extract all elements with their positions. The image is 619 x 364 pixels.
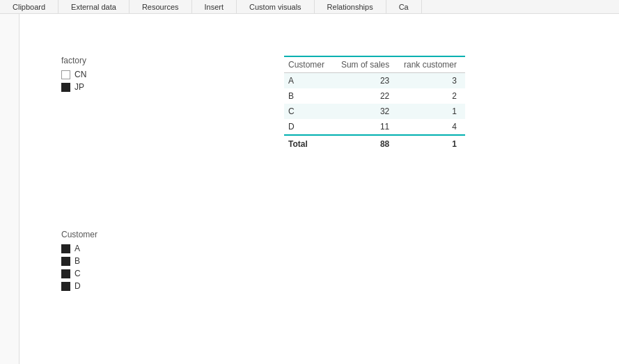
customer-item-c: C — [61, 269, 97, 278]
table-wrapper: Customer Sum of sales rank customer A 23… — [284, 56, 465, 152]
cell-rank-customer: 3 — [398, 73, 465, 89]
menu-insert[interactable]: Insert — [192, 0, 237, 13]
cell-rank-customer: 4 — [398, 119, 465, 135]
customer-legend: Customer A B C D — [61, 230, 97, 294]
legend-box-jp — [61, 83, 70, 92]
table-container: Customer Sum of sales rank customer A 23… — [284, 56, 465, 152]
table-row: B 22 2 — [284, 88, 465, 104]
menu-ca[interactable]: Ca — [386, 0, 422, 13]
main-content: factory CN JP Customer Sum of sales rank — [19, 14, 619, 364]
menu-external-data[interactable]: External data — [58, 0, 130, 13]
customer-box-a — [61, 244, 70, 253]
col-header-customer: Customer — [284, 57, 336, 73]
cell-sum-of-sales: 11 — [336, 119, 398, 135]
menu-clipboard[interactable]: Clipboard — [0, 0, 58, 13]
customer-label-d: D — [75, 281, 81, 291]
customer-item-a: A — [61, 244, 97, 253]
canvas: factory CN JP Customer Sum of sales rank — [0, 14, 619, 364]
total-rank: 1 — [398, 135, 465, 152]
total-sum: 88 — [336, 135, 398, 152]
cell-customer: C — [284, 104, 336, 119]
customer-box-b — [61, 257, 70, 266]
cell-sum-of-sales: 32 — [336, 104, 398, 119]
cell-rank-customer: 1 — [398, 104, 465, 119]
menu-custom-visuals[interactable]: Custom visuals — [237, 0, 315, 13]
cell-sum-of-sales: 23 — [336, 73, 398, 89]
cell-rank-customer: 2 — [398, 88, 465, 104]
customer-box-d — [61, 282, 70, 291]
legend-item-cn: CN — [61, 70, 86, 79]
cell-customer: A — [284, 73, 336, 89]
customer-label-c: C — [75, 269, 81, 278]
customer-item-d: D — [61, 281, 97, 291]
cell-customer: D — [284, 119, 336, 135]
table-row: C 32 1 — [284, 104, 465, 119]
data-table: Customer Sum of sales rank customer A 23… — [284, 57, 465, 152]
col-header-sum-of-sales: Sum of sales — [336, 57, 398, 73]
left-sidebar — [0, 14, 19, 364]
col-header-rank-customer: rank customer — [398, 57, 465, 73]
cell-customer: B — [284, 88, 336, 104]
total-row: Total 88 1 — [284, 135, 465, 152]
customer-label-b: B — [75, 256, 80, 266]
total-label: Total — [284, 135, 336, 152]
menu-resources[interactable]: Resources — [130, 0, 192, 13]
legend-label-cn: CN — [75, 70, 86, 79]
menu-relationships[interactable]: Relationships — [315, 0, 386, 13]
table-row: A 23 3 — [284, 73, 465, 89]
customer-item-b: B — [61, 256, 97, 266]
cell-sum-of-sales: 22 — [336, 88, 398, 104]
factory-legend-title: factory — [61, 56, 86, 65]
menu-bar: Clipboard External data Resources Insert… — [0, 0, 619, 14]
legend-box-cn — [61, 70, 70, 79]
legend-item-jp: JP — [61, 82, 86, 92]
customer-label-a: A — [75, 244, 80, 253]
customer-box-c — [61, 269, 70, 278]
legend-label-jp: JP — [75, 82, 84, 92]
factory-legend: factory CN JP — [61, 56, 86, 95]
table-row: D 11 4 — [284, 119, 465, 135]
customer-legend-title: Customer — [61, 230, 97, 239]
